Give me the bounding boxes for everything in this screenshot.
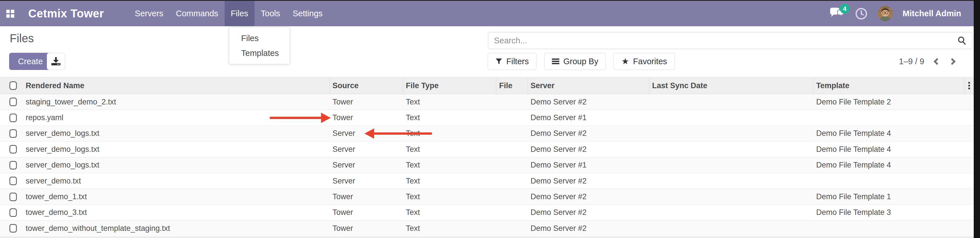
cell-last-sync	[649, 94, 813, 109]
apps-grid-icon[interactable]	[6, 10, 14, 17]
cell-last-sync	[649, 126, 813, 141]
cell-template: Demo File Template 4	[813, 141, 964, 157]
create-button[interactable]: Create	[9, 53, 52, 70]
cell-template: Demo File Template 3	[813, 205, 964, 220]
cell-file-type: Text	[403, 173, 496, 189]
optional-columns-toggle-icon[interactable]	[968, 82, 970, 89]
dropdown-item-files[interactable]: Files	[229, 31, 290, 46]
table-row[interactable]: server_demo.txt Server Text Demo Server …	[0, 173, 974, 189]
cell-source: Tower	[329, 189, 403, 204]
cell-source: Server	[329, 141, 403, 157]
cell-file	[496, 189, 528, 204]
cell-rendered-name: tower_demo_1.txt	[23, 189, 329, 204]
file-table-body: staging_tower_demo_2.txt Tower Text Demo…	[0, 94, 974, 236]
table-row[interactable]: server_demo_logs.txt Server Text Demo Se…	[0, 141, 974, 157]
cell-server: Demo Server #1	[528, 110, 649, 125]
cell-last-sync	[649, 205, 813, 220]
cell-file-type: Text	[403, 157, 496, 173]
cell-file	[496, 173, 528, 189]
cell-rendered-name: server_demo_logs.txt	[23, 141, 329, 157]
favorites-star-icon: ★	[621, 57, 629, 66]
search-input[interactable]	[488, 36, 957, 45]
cell-template: Demo File Template 1	[813, 189, 964, 204]
row-checkbox[interactable]	[10, 129, 17, 138]
cell-server: Demo Server #2	[528, 221, 649, 236]
cell-file	[496, 221, 528, 236]
cell-last-sync	[649, 173, 813, 189]
activities-clock-icon[interactable]	[855, 7, 868, 20]
nav-item-files[interactable]: Files	[224, 1, 255, 26]
page-title: Files	[10, 32, 34, 45]
table-row[interactable]: repos.yaml Tower Text Demo Server #1	[0, 110, 974, 125]
pager-previous-button[interactable]	[934, 58, 940, 65]
cell-file	[496, 94, 528, 109]
column-header-template[interactable]: Template	[813, 77, 964, 94]
column-header-file[interactable]: File	[496, 77, 528, 94]
cell-last-sync	[649, 141, 813, 157]
row-checkbox[interactable]	[10, 224, 17, 233]
cell-file-type: Text	[403, 110, 496, 125]
row-checkbox[interactable]	[10, 98, 17, 106]
cell-last-sync	[649, 110, 813, 125]
row-checkbox[interactable]	[10, 145, 17, 154]
top-navbar: Cetmix Tower Servers Commands Files Tool…	[0, 1, 974, 26]
cell-source: Tower	[329, 221, 403, 236]
user-menu[interactable]: Mitchell Admin	[903, 9, 961, 18]
cell-template: Demo File Template 2	[813, 94, 964, 109]
cell-template	[813, 173, 964, 189]
cell-server: Demo Server #2	[528, 173, 649, 189]
download-icon	[51, 57, 61, 66]
cell-rendered-name: tower_demo_3.txt	[23, 205, 329, 220]
cell-file	[496, 157, 528, 173]
nav-item-settings[interactable]: Settings	[286, 1, 329, 26]
select-all-cell	[0, 77, 23, 94]
column-header-rendered-name[interactable]: Rendered Name	[23, 77, 329, 94]
user-avatar[interactable]	[878, 6, 893, 21]
messages-count-badge: 4	[840, 4, 850, 14]
cell-server: Demo Server #2	[528, 126, 649, 141]
cell-source: Tower	[329, 94, 403, 109]
select-all-checkbox[interactable]	[10, 81, 17, 90]
column-header-last-sync[interactable]: Last Sync Date	[649, 77, 813, 94]
export-download-button[interactable]	[47, 53, 65, 70]
row-checkbox[interactable]	[10, 208, 17, 217]
column-header-server[interactable]: Server	[528, 77, 649, 94]
search-icon[interactable]	[957, 36, 966, 45]
table-row[interactable]: staging_tower_demo_2.txt Tower Text Demo…	[0, 94, 974, 110]
table-row[interactable]: tower_demo_1.txt Tower Text Demo Server …	[0, 189, 974, 205]
cell-template: Demo File Template 4	[813, 157, 964, 173]
search-bar	[488, 32, 972, 49]
filters-button[interactable]: Filters	[488, 53, 536, 70]
cell-server: Demo Server #1	[528, 157, 649, 173]
column-header-file-type[interactable]: File Type	[403, 77, 496, 94]
table-row[interactable]: tower_demo_3.txt Tower Text Demo Server …	[0, 205, 974, 221]
favorites-button[interactable]: ★ Favorites	[614, 53, 675, 70]
brand-title[interactable]: Cetmix Tower	[28, 7, 104, 20]
messages-button[interactable]: 4	[829, 7, 845, 21]
filter-funnel-icon	[495, 58, 502, 65]
nav-item-servers[interactable]: Servers	[129, 1, 170, 26]
dropdown-item-templates[interactable]: Templates	[229, 46, 290, 60]
table-row[interactable]: server_demo_logs.txt Server Text Demo Se…	[0, 157, 974, 173]
table-row[interactable]: tower_demo_without_template_staging.txt …	[0, 221, 974, 236]
cell-source: Tower	[329, 205, 403, 220]
table-header-row: Rendered Name Source File Type File Serv…	[0, 77, 974, 94]
row-checkbox[interactable]	[10, 114, 17, 122]
pager: 1–9 / 9	[899, 53, 955, 70]
row-checkbox[interactable]	[10, 193, 17, 201]
cell-file-type: Text	[403, 94, 496, 109]
navbar-right: 4	[829, 6, 961, 21]
pager-next-button[interactable]	[948, 58, 955, 65]
cell-file-type: Text	[403, 141, 496, 157]
cell-server: Demo Server #2	[528, 205, 649, 220]
cell-file-type: Text	[403, 205, 496, 220]
row-checkbox[interactable]	[10, 161, 17, 170]
table-row[interactable]: server_demo_logs.txt Server Text Demo Se…	[0, 126, 974, 141]
group-by-bars-icon	[552, 58, 559, 65]
column-header-source[interactable]: Source	[329, 77, 403, 94]
nav-item-tools[interactable]: Tools	[255, 1, 286, 26]
nav-item-commands[interactable]: Commands	[170, 1, 224, 26]
group-by-button[interactable]: Group By	[544, 53, 606, 70]
cell-source: Tower	[329, 110, 403, 125]
row-checkbox[interactable]	[10, 177, 17, 185]
